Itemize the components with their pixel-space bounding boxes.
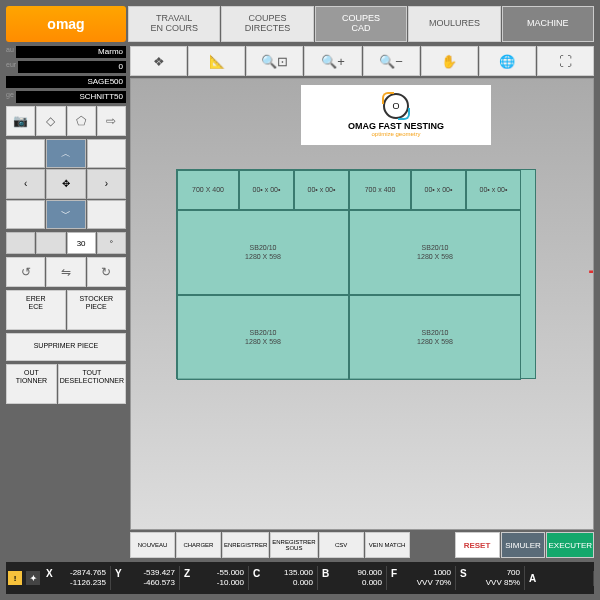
fit-button[interactable]: ⛶ [537,46,594,76]
layer-button[interactable]: ◇ [36,106,65,136]
rotate-ccw-icon: ↺ [21,265,31,279]
app-root: omag TRAVAIL EN COURS COUPES DIRECTES CO… [0,0,600,600]
export-icon: ⇨ [106,114,116,128]
tab-coupes-directes[interactable]: COUPES DIRECTES [221,6,313,42]
pad-right[interactable]: › [87,169,126,198]
step-row: 30 ° [6,232,126,254]
next-arrow-icon[interactable]: ➔ [588,259,594,283]
zoom-in-button[interactable]: 🔍+ [304,46,361,76]
chevron-left-icon: ‹ [24,178,27,189]
measure-button[interactable]: 📐 [188,46,245,76]
top-row: omag TRAVAIL EN COURS COUPES DIRECTES CO… [6,6,594,42]
tab-coupes-cad[interactable]: COUPES CAD [315,6,407,42]
shape-button[interactable]: ⬠ [67,106,96,136]
flip-button[interactable]: ⇋ [46,257,85,287]
middle-area: auMarmo eur0 SAGE500 geSCHNITT50 📷 ◇ ⬠ ⇨… [6,46,594,558]
tab-machine[interactable]: MACHINE [502,6,594,42]
export-button[interactable]: ⇨ [97,106,126,136]
tab-travail-en-cours[interactable]: TRAVAIL EN COURS [128,6,220,42]
pan-button[interactable]: ✋ [421,46,478,76]
zoom-fit-button[interactable]: 🔍⊡ [246,46,303,76]
warning-icon[interactable]: ! [8,571,22,585]
chevron-right-icon: › [105,178,108,189]
command-row: NOUVEAU CHARGER ENREGISTRER ENREGISTRER … [130,532,594,558]
cut-top[interactable]: 00• x 00• [466,170,521,210]
rotate-ccw-button[interactable]: ↺ [6,257,45,287]
move-icon: ✥ [62,178,70,189]
stocker-piece-button[interactable]: STOCKER PIECE [67,290,127,330]
fast-nesting-banner: O OMAG FAST NESTING optimize geometry [301,85,491,145]
charger-button[interactable]: CHARGER [176,532,221,558]
pad-blank-4 [87,200,126,229]
thickness-value: 0 [18,61,126,73]
tab-moulures[interactable]: MOULURES [408,6,500,42]
rotate-cw-icon: ↻ [101,265,111,279]
cut-top[interactable]: 700 x 400 [349,170,411,210]
zoom-out-icon: 🔍− [379,54,403,69]
rotate-cw-button[interactable]: ↻ [87,257,126,287]
zoom-in-icon: 🔍+ [321,54,345,69]
chevron-up-icon: ︿ [61,147,71,161]
main-tabs: TRAVAIL EN COURS COUPES DIRECTES COUPES … [128,6,594,42]
enregistrer-button[interactable]: ENREGISTRER [222,532,269,558]
nesting-canvas[interactable]: O OMAG FAST NESTING optimize geometry 70… [130,78,594,530]
cut-main[interactable]: SB20/101280 X 598 [349,210,521,295]
pad-blank-2 [87,139,126,168]
axis-b: B90.0000.000 [318,566,387,589]
cut-top[interactable]: 00• x 00• [411,170,466,210]
material-value: Marmo [16,46,126,58]
step-b[interactable] [36,232,65,254]
cmd-spacer [411,532,454,558]
layer-icon: ◇ [46,114,55,128]
orbit-button[interactable]: 🌐 [479,46,536,76]
csv-button[interactable]: CSV [319,532,364,558]
pad-center[interactable]: ✥ [46,169,85,198]
material-label: au [6,46,14,56]
reset-button[interactable]: RESET [455,532,500,558]
executer-button[interactable]: EXECUTER [546,532,594,558]
ruler-icon: 📐 [209,54,225,69]
layers-button[interactable]: ❖ [130,46,187,76]
ref2-label: ge [6,91,14,101]
omag-logo-icon: O [383,93,409,119]
cut-main[interactable]: SB20/101280 X 598 [177,210,349,295]
left-toolbar-1: 📷 ◇ ⬠ ⇨ [6,106,126,136]
veinmatch-button[interactable]: VEIN MATCH [365,532,410,558]
chevron-down-icon: ﹀ [61,207,71,221]
cut-main[interactable]: SB20/101280 X 598 [177,295,349,380]
orbit-icon: 🌐 [499,54,515,69]
step-a[interactable] [6,232,35,254]
camera-button[interactable]: 📷 [6,106,35,136]
axis-f: F1000VVV 70% [387,566,456,589]
supprimer-piece-button[interactable]: SUPPRIMER PIECE [6,333,126,361]
tout-deselectionner-button[interactable]: TOUT DESELECTIONNER [58,364,126,404]
camera-icon: 📷 [13,114,28,128]
cut-top[interactable]: 00• x 00• [294,170,349,210]
right-area: ❖ 📐 🔍⊡ 🔍+ 🔍− ✋ 🌐 ⛶ O OMAG FAST NESTING o… [130,46,594,558]
logo: omag [6,6,126,42]
axis-s: S700VVV 85% [456,566,525,589]
axis-y: Y-539.427-460.573 [111,566,180,589]
step-c[interactable]: 30 [67,232,96,254]
left-panel: auMarmo eur0 SAGE500 geSCHNITT50 📷 ◇ ⬠ ⇨… [6,46,126,558]
fast-nesting-title: OMAG FAST NESTING [348,121,444,131]
simuler-button[interactable]: SIMULER [501,532,546,558]
pad-blank-1 [6,139,45,168]
enregistrer-sous-button[interactable]: ENREGISTRER SOUS [270,532,317,558]
pad-up[interactable]: ︿ [46,139,85,168]
pad-left[interactable]: ‹ [6,169,45,198]
axis-c: C135.0000.000 [249,566,318,589]
zoom-out-button[interactable]: 🔍− [363,46,420,76]
cut-top[interactable]: 700 X 400 [177,170,239,210]
slab[interactable]: 700 X 40000• x 00•00• x 00•700 x 40000• … [176,169,536,379]
generer-piece-button[interactable]: ERER ECE [6,290,66,330]
tout-selectionner-button[interactable]: OUT TIONNER [6,364,57,404]
cut-main[interactable]: SB20/101280 X 598 [349,295,521,380]
nouveau-button[interactable]: NOUVEAU [130,532,175,558]
axis-a: A [525,571,594,586]
step-d: ° [97,232,126,254]
pad-down[interactable]: ﹀ [46,200,85,229]
cut-top[interactable]: 00• x 00• [239,170,294,210]
tool-icon[interactable]: ✦ [26,571,40,585]
hand-icon: ✋ [441,54,457,69]
